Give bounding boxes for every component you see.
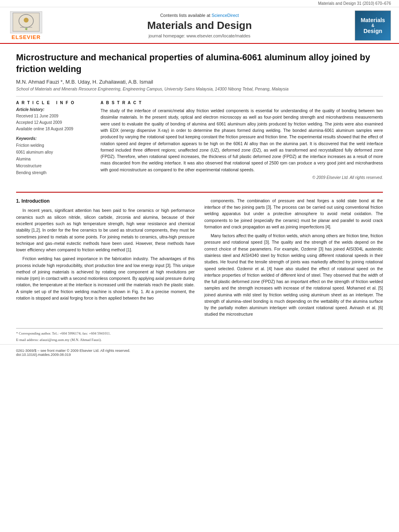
body-col-right: components. The combination of pressure …	[204, 197, 383, 320]
copyright-notice: 0261-3069/$ – see front matter © 2009 El…	[16, 349, 383, 353]
citation-line: Materials and Design 31 (2010) 670–676	[0, 0, 399, 7]
corresponding-note: * Corresponding author. Tel.: +604 59961…	[16, 331, 383, 337]
keyword-3: Alumina	[16, 156, 88, 162]
science-direct-line: Contents lists available at ScienceDirec…	[52, 13, 347, 18]
article-info-label: A R T I C L E I N F O	[16, 101, 88, 105]
elsevier-logo-image: 🌿	[10, 11, 42, 33]
body-section: 1. Introduction In recent years, signifi…	[0, 197, 399, 320]
article-content: Microstructure and mechanical properties…	[0, 44, 399, 192]
science-direct-link-text[interactable]: ScienceDirect	[212, 13, 239, 18]
accepted-date: Accepted 12 August 2009	[16, 119, 88, 126]
body-para-4: Many factors affect the quality of frict…	[204, 232, 383, 317]
copyright-line: © 2009 Elsevier Ltd. All rights reserved…	[101, 175, 383, 180]
article-footer: 0261-3069/$ – see front matter © 2009 El…	[0, 344, 399, 360]
keyword-1: Friction welding	[16, 142, 88, 149]
svg-text:🌿: 🌿	[25, 28, 28, 31]
body-para-2: Friction welding has gained importance i…	[16, 255, 195, 301]
article-info-row: A R T I C L E I N F O Article history: R…	[16, 96, 383, 180]
logo-design: Design	[364, 28, 383, 34]
journal-center: Contents lists available at ScienceDirec…	[44, 13, 355, 38]
journal-logo-right: Materials & Design	[355, 10, 391, 41]
logo-amp: &	[371, 23, 374, 28]
body-col-left: 1. Introduction In recent years, signifi…	[16, 197, 195, 320]
logo-materials: Materials	[361, 17, 385, 23]
available-date: Available online 18 August 2009	[16, 126, 88, 132]
abstract-text: The study of the interface of ceramic/me…	[101, 107, 383, 173]
svg-point-4	[24, 18, 29, 23]
body-para-3: components. The combination of pressure …	[204, 197, 383, 230]
elsevier-brand-text: ELSEVIER	[12, 34, 41, 40]
article-title: Microstructure and mechanical properties…	[16, 52, 383, 75]
journal-title: Materials and Design	[52, 19, 347, 32]
received-date: Received 11 June 2009	[16, 113, 88, 119]
keywords-label: Keywords:	[16, 136, 88, 141]
journal-homepage: journal homepage: www.elsevier.com/locat…	[52, 33, 347, 38]
journal-header: 🌿 ELSEVIER Contents lists available at S…	[0, 7, 399, 44]
citation-text: Materials and Design 31 (2010) 670–676	[318, 1, 391, 6]
history-label: Article history:	[16, 107, 88, 112]
keyword-4: Microstructure	[16, 162, 88, 169]
body-para-1: In recent years, significant attention h…	[16, 207, 195, 253]
doi-line: doi:10.1016/j.matdes.2009.08.019	[16, 353, 383, 357]
keyword-5: Bending strength	[16, 169, 88, 176]
elsevier-logo: 🌿 ELSEVIER	[8, 11, 44, 40]
keyword-2: 6061 aluminum alloy	[16, 149, 88, 156]
article-page: Materials and Design 31 (2010) 670–676 🌿…	[0, 0, 399, 532]
article-info-right: A B S T R A C T The study of the interfa…	[101, 101, 383, 180]
abstract-label: A B S T R A C T	[101, 101, 383, 105]
section1-heading: 1. Introduction	[16, 197, 195, 205]
article-affiliation: School of Materials and Minerals Resourc…	[16, 86, 383, 91]
article-info-left: A R T I C L E I N F O Article history: R…	[16, 101, 88, 180]
email-note: E-mail address: afauzi@eng.usm.my (M.N. …	[16, 337, 383, 343]
article-authors: M.N. Ahmad Fauzi *, M.B. Uday, H. Zuhail…	[16, 79, 383, 85]
section-divider	[16, 192, 383, 193]
